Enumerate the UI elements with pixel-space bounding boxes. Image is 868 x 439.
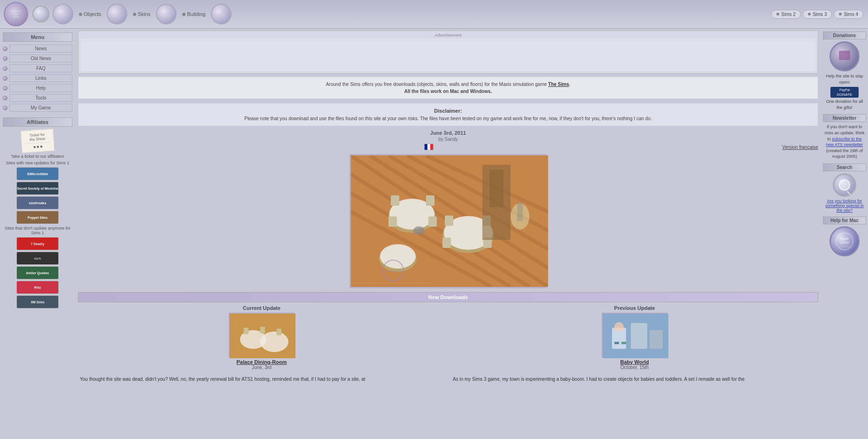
current-update-title: Current Update bbox=[78, 305, 445, 311]
link-links[interactable]: Links bbox=[9, 74, 72, 82]
svg-rect-16 bbox=[426, 195, 434, 206]
disclaimer-title: Disclaimer: bbox=[84, 107, 812, 115]
paypal-donate-button[interactable]: PayPal DONATE bbox=[830, 87, 859, 98]
svg-rect-44 bbox=[840, 52, 849, 54]
newsletter-after-text: (created the 29th of August 2005) bbox=[826, 148, 863, 159]
left-sidebar: Menu News Old News FAQ Links Help Tools … bbox=[0, 29, 75, 386]
help-mac-title: Help for Mac bbox=[823, 216, 866, 224]
newsletter-text: If you don't want to miss an update, thi… bbox=[823, 124, 866, 160]
svg-rect-25 bbox=[489, 169, 504, 207]
nav-objects-label[interactable]: Objects bbox=[84, 11, 101, 17]
donations-orb-svg bbox=[835, 47, 854, 66]
downloads-grid: Current Update Palace Dining-Room June, … bbox=[78, 305, 818, 370]
svg-rect-39 bbox=[650, 330, 663, 349]
svg-text:Mac Help: Mac Help bbox=[838, 245, 851, 248]
link-faq[interactable]: FAQ bbox=[9, 64, 72, 72]
bullet-mygame bbox=[3, 106, 8, 110]
nav-dot-building bbox=[182, 13, 186, 16]
disclaimer-text: Please note that you download and use th… bbox=[84, 115, 812, 122]
post-date: June 3rd, 2011 bbox=[78, 130, 818, 136]
menu-item-faq[interactable]: FAQ bbox=[3, 64, 72, 72]
affiliate-dark[interactable]: dark bbox=[16, 252, 59, 265]
nav-building-label[interactable]: Building bbox=[187, 11, 205, 17]
affiliates-title: Affiliates bbox=[3, 117, 72, 127]
baby-thumbnail[interactable] bbox=[602, 313, 667, 357]
menu-item-tools[interactable]: Tools bbox=[3, 94, 72, 102]
disclaimer-box: Disclaimer: Please note that you downloa… bbox=[78, 103, 818, 126]
search-link[interactable]: Are you looking for something special in… bbox=[823, 199, 866, 213]
info-box: Around the Sims offers you free download… bbox=[78, 77, 818, 99]
donations-one-donation: One donation for all the gifts! bbox=[823, 99, 866, 110]
nav-objects-section: Objects bbox=[79, 11, 101, 17]
affiliate-ritz[interactable]: Ritz bbox=[16, 281, 59, 294]
link-mygame[interactable]: My Game bbox=[9, 104, 72, 112]
svg-rect-35 bbox=[277, 329, 281, 335]
nav-dot-objects bbox=[79, 13, 82, 16]
svg-point-40 bbox=[614, 322, 624, 331]
search-handle bbox=[847, 191, 851, 195]
svg-text:Around the Sims: Around the Sims bbox=[383, 270, 403, 272]
bullet-help bbox=[3, 86, 8, 91]
nav-orb-objects[interactable] bbox=[53, 4, 73, 24]
site-logo[interactable]: AroundtheSims bbox=[4, 2, 28, 26]
link-news[interactable]: News bbox=[9, 45, 72, 53]
nav-orb-skins[interactable] bbox=[107, 4, 127, 24]
svg-point-23 bbox=[413, 226, 425, 235]
affiliate-no-update-desc: Sites that don't update anymore for Sims… bbox=[3, 226, 72, 235]
affiliate-secret-society[interactable]: Secret Society of Mootsha bbox=[16, 182, 59, 195]
palace-dining-image: Around the Sims ························… bbox=[351, 155, 548, 287]
baby-name[interactable]: Baby World bbox=[451, 359, 818, 365]
svg-rect-45 bbox=[840, 54, 844, 56]
nav-sims4-button[interactable]: Sims 4 bbox=[834, 10, 863, 19]
apple-corner-svg: Apple Corner Mac Help bbox=[835, 232, 854, 251]
current-update-col: Current Update Palace Dining-Room June, … bbox=[78, 305, 445, 370]
search-lens bbox=[839, 179, 850, 191]
nav-sims2-button[interactable]: Sims 2 bbox=[771, 10, 801, 19]
donations-help-text: Help the site to stay open! bbox=[823, 73, 866, 85]
menu-item-help[interactable]: Help bbox=[3, 84, 72, 92]
svg-rect-42 bbox=[621, 342, 626, 344]
menu-item-old-news[interactable]: Old News bbox=[3, 54, 72, 62]
palace-name[interactable]: Palace Dining-Room bbox=[78, 359, 445, 365]
svg-rect-15 bbox=[391, 195, 399, 206]
link-old-news[interactable]: Old News bbox=[9, 54, 72, 62]
ad-space bbox=[80, 39, 816, 71]
newsletter-subscribe-link[interactable]: subscribe to the new ATS newsletter bbox=[826, 137, 863, 147]
mac-help-orb[interactable]: Apple Corner Mac Help bbox=[829, 226, 860, 256]
game-link[interactable]: The Sims bbox=[548, 82, 569, 87]
nav-orb-extra[interactable] bbox=[211, 4, 232, 24]
right-sidebar: Donations Help the site to stay open! Pa… bbox=[821, 29, 868, 386]
affiliates-section: Affiliates Ticket forthe Show ■ ■ ■ Take… bbox=[3, 117, 72, 308]
affiliate-xm-sims[interactable]: XM Sims bbox=[16, 295, 59, 308]
mac-windows-text: All the files work on Mac and Windows. bbox=[404, 89, 492, 94]
search-orb[interactable] bbox=[833, 173, 856, 197]
nav-skins-label[interactable]: Skins bbox=[138, 11, 150, 17]
previous-update-col: Previous Update Baby World Octobe bbox=[451, 305, 818, 370]
svg-rect-27 bbox=[517, 202, 523, 221]
menu-item-links[interactable]: Links bbox=[3, 74, 72, 82]
affiliate-simcredible[interactable]: SIMcredible bbox=[16, 167, 59, 180]
affiliate-7deadly[interactable]: 7 Deadly bbox=[16, 237, 59, 250]
nav-dot-skins bbox=[133, 13, 136, 16]
menu-item-news[interactable]: News bbox=[3, 45, 72, 53]
info-main-text: Around the Sims offers you free download… bbox=[326, 82, 547, 87]
menu-item-mygame[interactable]: My Game bbox=[3, 104, 72, 112]
nav-sims3-button[interactable]: Sims 3 bbox=[803, 10, 832, 19]
affiliate-puppet[interactable]: Puppet Sims bbox=[16, 211, 59, 224]
new-downloads-header: New Downloads bbox=[78, 292, 818, 302]
donations-title: Donations bbox=[823, 31, 866, 39]
palace-thumbnail[interactable] bbox=[229, 313, 294, 357]
link-help[interactable]: Help bbox=[9, 84, 72, 92]
affiliate-simfreaks[interactable]: simfreaks bbox=[16, 196, 59, 209]
svg-rect-41 bbox=[614, 342, 619, 344]
previous-post-text: As in my Sims 3 game, my town is experim… bbox=[451, 374, 818, 385]
affiliate-atelier[interactable]: Atelier Quebec bbox=[16, 266, 59, 279]
bullet-links bbox=[3, 76, 8, 81]
version-fr-link[interactable]: Version française bbox=[782, 145, 818, 150]
current-post-text: You thought the site was dead, didn't yo… bbox=[78, 374, 445, 385]
nav-orb-building[interactable] bbox=[156, 4, 177, 24]
nav-orb-moon bbox=[32, 6, 49, 23]
svg-rect-38 bbox=[631, 323, 647, 349]
link-tools[interactable]: Tools bbox=[9, 94, 72, 102]
image-overlay: ································ ·······… bbox=[353, 281, 429, 285]
